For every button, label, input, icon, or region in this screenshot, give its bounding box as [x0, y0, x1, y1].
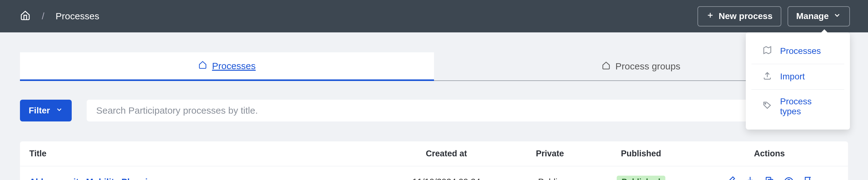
cell-actions — [691, 166, 848, 180]
dropdown-item-processes[interactable]: Processes — [751, 39, 844, 64]
published-badge: Published — [617, 176, 665, 180]
top-header: / Processes New process Manage — [0, 0, 868, 32]
tab-processes[interactable]: Processes — [20, 52, 434, 81]
cell-private: Public — [508, 166, 591, 180]
tab-label: Process groups — [616, 61, 680, 72]
process-title-link[interactable]: Abbenay city Mobility Planning — [29, 177, 158, 180]
chevron-down-icon — [56, 106, 63, 115]
upload-icon — [763, 71, 772, 82]
main-content: Processes Process groups Filter Title — [0, 32, 868, 180]
svg-marker-2 — [764, 46, 771, 53]
flag-icon[interactable] — [803, 176, 813, 180]
search-input[interactable] — [87, 100, 848, 121]
copy-icon[interactable] — [765, 176, 774, 180]
svg-point-4 — [765, 103, 766, 104]
new-process-label: New process — [719, 11, 773, 21]
col-published: Published — [591, 141, 691, 166]
processes-table: Title Created at Private Published Actio… — [20, 141, 848, 180]
breadcrumb-current: Processes — [56, 11, 99, 22]
dropdown-item-process-types[interactable]: Process types — [751, 90, 844, 123]
manage-dropdown: Processes Import — [746, 32, 850, 130]
header-actions: New process Manage Processes — [698, 6, 850, 27]
col-created-at: Created at — [384, 141, 508, 166]
home-icon[interactable] — [20, 10, 31, 23]
col-private: Private — [508, 141, 591, 166]
tag-icon — [763, 101, 772, 112]
tab-label: Processes — [212, 61, 256, 71]
filter-button[interactable]: Filter — [20, 100, 72, 121]
eye-icon[interactable] — [784, 176, 794, 180]
manage-label: Manage — [796, 11, 829, 21]
download-icon[interactable] — [745, 176, 755, 180]
map-icon — [763, 45, 772, 57]
manage-button[interactable]: Manage — [787, 6, 850, 27]
filter-label: Filter — [29, 106, 50, 115]
house-icon — [198, 61, 207, 71]
breadcrumb-separator: / — [42, 11, 44, 22]
edit-icon[interactable] — [726, 176, 736, 180]
plus-icon — [706, 11, 714, 22]
house-icon — [602, 61, 611, 72]
col-actions: Actions — [691, 141, 848, 166]
cell-published: Published — [591, 166, 691, 180]
new-process-button[interactable]: New process — [698, 6, 781, 27]
dropdown-item-import[interactable]: Import — [751, 64, 844, 90]
dropdown-item-label: Processes — [780, 46, 821, 56]
breadcrumb: / Processes — [20, 10, 99, 23]
dropdown-item-label: Process types — [780, 97, 833, 116]
filter-row: Filter — [20, 100, 848, 121]
dropdown-item-label: Import — [780, 72, 805, 82]
chevron-down-icon — [833, 11, 841, 22]
col-title: Title — [20, 141, 384, 166]
cell-created-at: 11/10/2024 09:24 — [384, 166, 508, 180]
table-row: Abbenay city Mobility Planning 11/10/202… — [20, 166, 848, 180]
tabs: Processes Process groups — [20, 52, 848, 81]
